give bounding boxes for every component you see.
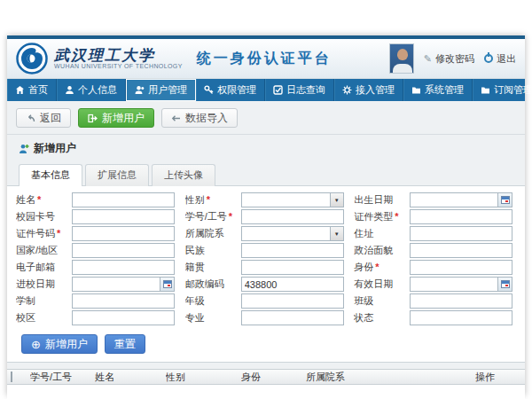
nav-item-subscription[interactable]: 订阅管理 [473,79,532,101]
log-icon [273,85,283,95]
calendar-button[interactable] [497,277,512,292]
country-input[interactable] [72,243,175,258]
grade-field: 年级 [185,293,349,309]
chevron-down-icon: ▼ [330,193,343,207]
ethnicity-field: 民族 [185,243,349,258]
form-column-2: 性别* ▼ 学号/工号* 所属院系 ▼ 民族 [185,192,349,325]
required-mark: * [375,262,379,272]
form-grid: 姓名* 校园卡号 证件号码* 国家/地区 [16,192,518,325]
app-header: 武汉理工大学 WUHAN UNIVERSITY OF TECHNOLOGY 统一… [7,39,525,79]
toolbar: 返回 新增用户 数据导入 [7,101,525,134]
valid-date-input[interactable] [410,277,497,292]
campus-field: 校区 [16,310,180,325]
grade-input[interactable] [241,293,344,309]
col-header-identity: 身份 [241,371,306,384]
campus-card-input[interactable] [72,209,175,224]
university-logo [16,43,48,74]
department-select[interactable]: ▼ [241,226,344,241]
nav-item-user-management[interactable]: 用户管理 [126,79,196,101]
col-header-gender: 性别 [166,371,241,384]
calendar-icon [501,280,510,288]
id-type-input[interactable] [410,209,512,224]
postal-code-input[interactable] [241,277,344,292]
university-name: 武汉理工大学 WUHAN UNIVERSITY OF TECHNOLOGY [54,48,183,70]
user-avatar [389,43,414,74]
university-name-cn: 武汉理工大学 [54,48,183,63]
class-input[interactable] [410,293,512,309]
nav-item-system[interactable]: 系统管理 [403,79,473,101]
user-icon [65,85,74,95]
calendar-icon [501,196,510,204]
basic-info-panel: 姓名* 校园卡号 证件号码* 国家/地区 [7,186,525,363]
student-id-field: 学号/工号* [185,209,349,224]
submit-add-user-button[interactable]: ⊕ 新增用户 [21,334,98,354]
calendar-button[interactable] [497,192,512,207]
form-column-1: 姓名* 校园卡号 证件号码* 国家/地区 [16,192,180,325]
logout-label: 退出 [497,52,516,66]
study-length-input[interactable] [72,293,175,309]
gender-field: 性别* ▼ [185,192,349,207]
major-field: 专业 [185,310,349,325]
add-user-section-icon [19,144,29,154]
col-header-operations: 操作 [475,371,521,384]
nav-item-home[interactable]: 首页 [7,79,57,101]
name-input[interactable] [72,192,175,207]
required-mark: * [229,211,232,222]
plus-circle-icon: ⊕ [31,339,41,350]
calendar-button[interactable] [160,277,175,292]
required-mark: * [395,211,398,222]
tab-extended-info[interactable]: 扩展信息 [85,164,149,186]
nav-item-access[interactable]: 接入管理 [334,79,403,101]
col-header-name: 姓名 [95,371,166,384]
political-status-field: 政治面貌 [354,243,518,258]
student-id-input[interactable] [241,209,344,224]
postal-code-field: 邮政编码 [185,277,349,292]
birth-date-input[interactable] [410,192,497,207]
tab-upload-avatar[interactable]: 上传头像 [152,164,215,186]
address-input[interactable] [410,226,512,241]
results-table-header: 学号/工号 姓名 性别 身份 所属院系 操作 [7,369,525,385]
university-name-en: WUHAN UNIVERSITY OF TECHNOLOGY [54,63,183,70]
identity-input[interactable] [410,260,512,275]
id-number-input[interactable] [72,226,175,241]
nav-item-permissions[interactable]: 权限管理 [196,79,265,101]
folder-icon [411,85,421,95]
study-length-field: 学制 [16,293,180,309]
page-title: 统一身份认证平台 [197,50,332,68]
header-actions: ✎ 修改密码 退出 [389,39,516,78]
major-input[interactable] [241,310,344,325]
campus-input[interactable] [72,310,175,325]
folder-icon [481,85,490,95]
native-place-input[interactable] [241,260,344,275]
reset-button[interactable]: 重置 [105,334,145,354]
select-all-checkbox[interactable] [11,372,12,382]
political-status-input[interactable] [410,243,512,258]
col-header-student-id: 学号/工号 [30,371,95,384]
gender-select[interactable]: ▼ [241,192,344,207]
class-field: 班级 [354,293,518,309]
section-title: 新增用户 [7,135,525,160]
data-import-button[interactable]: 数据导入 [161,108,238,128]
change-password-link[interactable]: ✎ 修改密码 [424,52,474,66]
add-user-toolbar-button[interactable]: 新增用户 [78,108,154,128]
key-icon [204,85,214,95]
tab-basic-info[interactable]: 基本信息 [19,164,82,186]
logout-link[interactable]: 退出 [484,52,516,66]
add-user-icon [88,113,98,123]
birth-date-field: 出生日期 [354,192,518,207]
entry-date-input[interactable] [72,277,160,292]
native-place-field: 籍贯 [185,260,349,275]
users-icon [135,85,145,95]
email-input[interactable] [72,260,175,275]
status-input[interactable] [410,310,512,325]
campus-card-field: 校园卡号 [16,209,180,224]
id-type-field: 证件类型* [354,209,518,224]
nav-item-logs[interactable]: 日志查询 [265,79,334,101]
entry-date-field: 进校日期 [16,277,180,292]
import-arrow-icon [171,113,181,123]
gear-icon [342,85,352,95]
ethnicity-input[interactable] [241,243,344,258]
valid-date-field: 有效日期 [354,277,518,292]
back-button[interactable]: 返回 [16,108,71,128]
nav-item-profile[interactable]: 个人信息 [57,79,126,101]
